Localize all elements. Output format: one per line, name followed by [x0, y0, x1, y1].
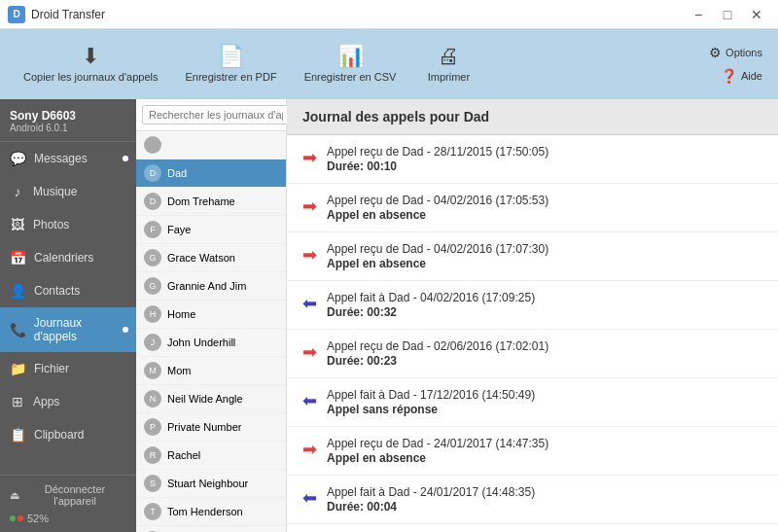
- call-log-panel: Journal des appels pour Dad ➡Appel reçu …: [287, 99, 778, 532]
- call-subtitle: Appel en absence: [327, 208, 548, 222]
- sidebar-item-clipboard[interactable]: 📋 Clipboard: [0, 418, 136, 451]
- contact-item[interactable]: [136, 131, 286, 160]
- save-csv-button[interactable]: 📊 Enregistrer en CSV: [291, 40, 410, 89]
- minimize-button[interactable]: −: [685, 5, 712, 24]
- call-title: Appel fait à Dad - 17/12/2016 (14:50:49): [327, 388, 535, 402]
- call-details: Appel reçu de Dad - 04/02/2016 (17:07:30…: [327, 242, 548, 270]
- app-container: ⬇ Copier les journaux d'appels 📄 Enregis…: [0, 29, 778, 532]
- call-entry: ➡Appel reçu de Dad - 04/02/2016 (17:05:5…: [287, 184, 778, 232]
- search-box: 🔍: [136, 99, 286, 131]
- contact-avatar: D: [144, 164, 161, 182]
- sidebar-item-fichier[interactable]: 📁 Fichier: [0, 352, 136, 385]
- contact-name: Dom Trehame: [167, 195, 235, 207]
- sidebar-icon-clipboard: 📋: [10, 427, 26, 443]
- contact-name: Neil Wide Angle: [167, 393, 243, 405]
- contact-name: Dad: [167, 167, 187, 179]
- contact-list: DDadDDom TrehameFFayeGGrace WatsonGGrann…: [136, 131, 286, 532]
- sidebar-item-musique[interactable]: ♪ Musique: [0, 175, 136, 208]
- contact-item[interactable]: JJohn Underhill: [136, 329, 286, 357]
- sidebar-icon-photos: 🖼: [10, 217, 25, 232]
- call-title: Appel reçu de Dad - 02/06/2016 (17:02:01…: [327, 339, 548, 353]
- contact-item[interactable]: TTom Henderson: [136, 498, 286, 526]
- call-entry: ➡Appel reçu de Dad - 04/02/2016 (17:07:3…: [287, 232, 778, 281]
- contact-item[interactable]: TTracey O'Mahony: [136, 526, 286, 532]
- device-info: Sony D6603 Android 6.0.1: [0, 99, 136, 142]
- contact-item[interactable]: PPrivate Number: [136, 413, 286, 442]
- sidebar-item-calendriers[interactable]: 📅 Calendriers: [0, 241, 136, 274]
- contact-avatar: H: [144, 305, 161, 323]
- call-details: Appel fait à Dad - 24/01/2017 (14:48:35)…: [327, 485, 535, 514]
- options-button[interactable]: ⚙ Options: [703, 43, 768, 62]
- gear-icon: ⚙: [709, 45, 722, 60]
- incoming-arrow-icon: ➡: [302, 147, 317, 168]
- contact-avatar: G: [144, 249, 161, 266]
- battery-bar: 52%: [10, 513, 126, 524]
- contact-item[interactable]: DDom Trehame: [136, 188, 286, 216]
- device-os: Android 6.0.1: [10, 123, 126, 133]
- incoming-arrow-icon: ➡: [302, 195, 317, 217]
- contact-name: John Underhill: [167, 337, 235, 348]
- copy-calls-label: Copier les journaux d'appels: [23, 71, 158, 83]
- toolbar-right: ⚙ Options ❓ Aide: [703, 43, 768, 86]
- save-pdf-button[interactable]: 📄 Enregistrer en PDF: [171, 40, 290, 89]
- contact-avatar: P: [144, 418, 161, 436]
- contact-item[interactable]: RRachel: [136, 442, 286, 470]
- disconnect-button[interactable]: ⏏ Déconnecter l'appareil: [10, 483, 126, 507]
- maximize-button[interactable]: □: [714, 5, 741, 24]
- call-subtitle: Appel sans réponse: [327, 403, 535, 416]
- contact-item[interactable]: GGrace Watson: [136, 244, 286, 272]
- contact-item[interactable]: MMom: [136, 357, 286, 385]
- search-input[interactable]: [142, 105, 290, 124]
- sidebar: Sony D6603 Android 6.0.1 💬 Messages ♪ Mu…: [0, 99, 136, 532]
- help-button[interactable]: ❓ Aide: [715, 66, 768, 86]
- app-logo: D: [8, 6, 25, 23]
- sidebar-label-musique: Musique: [33, 185, 77, 198]
- sidebar-label-contacts: Contacts: [34, 284, 80, 298]
- outgoing-arrow-icon: ⬅: [302, 293, 317, 314]
- sidebar-item-photos[interactable]: 🖼 Photos: [0, 208, 136, 241]
- call-entry: ➡Appel reçu de Dad - 02/06/2016 (17:02:0…: [287, 330, 778, 378]
- contact-avatar: J: [144, 334, 161, 351]
- contact-item[interactable]: SStuart Neighbour: [136, 470, 286, 498]
- call-title: Appel reçu de Dad - 28/11/2015 (17:50:05…: [327, 145, 548, 159]
- sidebar-item-contacts[interactable]: 👤 Contacts: [0, 274, 136, 307]
- contact-item[interactable]: HHome: [136, 301, 286, 329]
- close-button[interactable]: ✕: [743, 5, 770, 24]
- contact-avatar: [144, 136, 161, 154]
- print-button[interactable]: 🖨 Imprimer: [409, 40, 487, 89]
- call-subtitle: Durée: 00:32: [327, 305, 535, 319]
- contact-item[interactable]: FFaye: [136, 216, 286, 244]
- toolbar: ⬇ Copier les journaux d'appels 📄 Enregis…: [0, 29, 778, 99]
- sidebar-item-apps[interactable]: ⊞ Apps: [0, 385, 136, 418]
- sidebar-label-journaux: Journaux d'appels: [34, 316, 126, 343]
- call-subtitle: Durée: 00:04: [327, 500, 535, 514]
- sidebar-nav: 💬 Messages ♪ Musique 🖼 Photos 📅 Calendri…: [0, 142, 136, 475]
- sidebar-item-messages[interactable]: 💬 Messages: [0, 142, 136, 175]
- contact-name: Grace Watson: [167, 252, 235, 264]
- call-subtitle: Appel en absence: [327, 257, 548, 270]
- save-csv-icon: 📊: [337, 46, 364, 67]
- battery-dots: [10, 515, 23, 521]
- call-log-list: ➡Appel reçu de Dad - 28/11/2015 (17:50:0…: [287, 135, 778, 532]
- contact-avatar: S: [144, 475, 161, 492]
- contact-name: Home: [167, 308, 195, 320]
- call-details: Appel reçu de Dad - 02/06/2016 (17:02:01…: [327, 339, 548, 368]
- sidebar-icon-calendriers: 📅: [10, 250, 26, 266]
- contact-name: Tom Henderson: [167, 506, 243, 517]
- contact-avatar: R: [144, 446, 161, 464]
- contact-item[interactable]: DDad: [136, 160, 286, 188]
- sidebar-item-journaux[interactable]: 📞 Journaux d'appels: [0, 307, 136, 352]
- contact-item[interactable]: GGrannie And Jim: [136, 272, 286, 301]
- sidebar-label-apps: Apps: [33, 395, 59, 408]
- options-label: Options: [725, 47, 762, 58]
- sidebar-label-clipboard: Clipboard: [34, 428, 84, 442]
- help-icon: ❓: [721, 68, 737, 84]
- sidebar-label-fichier: Fichier: [34, 362, 69, 375]
- sidebar-icon-fichier: 📁: [10, 361, 26, 376]
- call-title: Appel reçu de Dad - 04/02/2016 (17:07:30…: [327, 242, 548, 256]
- copy-calls-button[interactable]: ⬇ Copier les journaux d'appels: [10, 40, 171, 89]
- contact-item[interactable]: NNeil Wide Angle: [136, 385, 286, 413]
- sidebar-dot-journaux: [123, 327, 128, 333]
- call-entry: ➡Appel reçu de Dad - 28/11/2015 (17:50:0…: [287, 135, 778, 184]
- contact-avatar: F: [144, 221, 161, 238]
